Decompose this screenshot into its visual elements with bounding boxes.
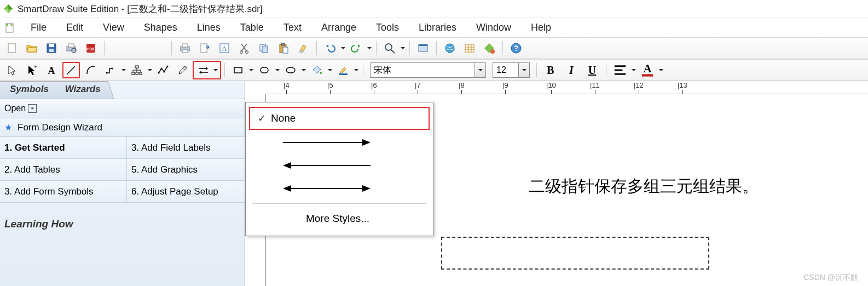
zoom-dropdown[interactable] [400, 46, 406, 50]
pdf-button[interactable]: PDF [82, 40, 100, 56]
arrow-style-none[interactable]: ✓ None [249, 107, 430, 130]
format-painter-button[interactable] [294, 40, 312, 56]
svg-rect-49 [135, 66, 138, 68]
menu-window[interactable]: Window [466, 20, 521, 36]
copy-button[interactable] [255, 40, 273, 56]
open-dropdown-icon[interactable] [28, 104, 37, 113]
menu-view[interactable]: View [93, 20, 134, 36]
arrow-style-right[interactable] [246, 131, 433, 154]
curve-tool-icon[interactable] [82, 62, 100, 78]
underline-button[interactable]: U [583, 62, 601, 78]
linecolor-dropdown[interactable] [353, 68, 360, 72]
menu-lines[interactable]: Lines [187, 20, 230, 36]
step-2[interactable]: 2. Add Tables [0, 159, 127, 181]
font-size-dropdown-icon[interactable] [518, 63, 529, 77]
pencil-tool-icon[interactable] [174, 62, 192, 78]
help-button[interactable]: ? [507, 40, 525, 56]
arrow-style-both[interactable] [246, 177, 433, 200]
print-preview-button[interactable] [62, 40, 80, 56]
align-dropdown[interactable] [630, 68, 637, 72]
fontcolor-dropdown[interactable] [658, 68, 664, 72]
browser-button[interactable] [414, 40, 432, 56]
connector-tool-icon[interactable] [102, 62, 119, 78]
line-tool-icon[interactable] [62, 62, 80, 78]
font-family-select[interactable] [370, 62, 486, 78]
fill-dropdown[interactable] [327, 68, 333, 72]
save-button[interactable] [43, 40, 60, 56]
ellipse-dropdown[interactable] [300, 68, 307, 72]
separator [224, 63, 225, 77]
text-format-button[interactable]: A [216, 40, 233, 56]
font-size-select[interactable] [493, 62, 530, 78]
menu-text[interactable]: Text [274, 20, 311, 36]
font-size-input[interactable] [493, 63, 518, 77]
svg-point-54 [161, 68, 163, 70]
more-styles-item[interactable]: More Styles... [246, 207, 433, 230]
svg-rect-28 [283, 47, 288, 53]
cut-button[interactable] [235, 40, 253, 56]
rounded-rect-shape-icon[interactable] [256, 62, 273, 78]
rounded-dropdown[interactable] [274, 68, 281, 72]
undo-dropdown[interactable] [340, 46, 346, 50]
step-5[interactable]: 5. Add Graphics [127, 159, 245, 181]
font-family-dropdown-icon[interactable] [474, 63, 485, 77]
fill-color-icon[interactable] [308, 62, 326, 78]
svg-line-46 [67, 66, 75, 74]
zoom-button[interactable] [381, 40, 398, 56]
hierarchy-tool-icon[interactable] [128, 62, 146, 78]
menu-shapes[interactable]: Shapes [134, 20, 187, 36]
rectangle-dropdown[interactable] [248, 68, 254, 72]
step-3[interactable]: 3. Add Form Symbols [0, 181, 127, 203]
select-tool-icon[interactable]: + [23, 62, 40, 78]
wizard-title-row[interactable]: Form Design Wizard [0, 118, 245, 137]
ellipse-shape-icon[interactable] [282, 62, 299, 78]
new-button[interactable] [3, 40, 21, 56]
menu-edit[interactable]: Edit [56, 20, 93, 36]
svg-point-34 [445, 44, 454, 53]
font-family-input[interactable] [371, 63, 474, 77]
italic-button[interactable]: I [562, 62, 581, 78]
svg-point-56 [167, 66, 169, 67]
align-button[interactable] [611, 62, 629, 78]
svg-rect-18 [182, 50, 188, 53]
menu-tools[interactable]: Tools [366, 20, 409, 36]
menu-help[interactable]: Help [521, 20, 561, 36]
rectangle-shape-icon[interactable] [229, 62, 247, 78]
redo-button[interactable] [348, 40, 365, 56]
print-button[interactable] [176, 40, 194, 56]
step-6[interactable]: 6. Adjust Page Setup [127, 181, 245, 203]
tab-symbols[interactable]: Symbols [0, 81, 59, 99]
line-color-icon[interactable] [334, 62, 352, 78]
pointer-tool-icon[interactable] [3, 62, 21, 78]
undo-button[interactable] [321, 40, 339, 56]
arrowheads-tool[interactable] [193, 61, 221, 79]
svg-rect-17 [182, 44, 188, 47]
open-row[interactable]: Open [0, 99, 245, 118]
hierarchy-dropdown[interactable] [147, 68, 153, 72]
svg-marker-58 [206, 67, 208, 70]
smartdraw-button[interactable] [481, 40, 498, 56]
spreadsheet-button[interactable] [461, 40, 478, 56]
polyline-tool-icon[interactable] [154, 62, 172, 78]
open-button[interactable] [23, 40, 40, 56]
paste-button[interactable] [275, 40, 292, 56]
bold-button[interactable]: B [541, 62, 560, 78]
menu-table[interactable]: Table [230, 20, 274, 36]
step-1[interactable]: 1. Get Started [0, 137, 127, 159]
svg-rect-5 [6, 24, 8, 26]
arrow-style-left[interactable] [246, 154, 433, 177]
tab-wizards[interactable]: Wizards [53, 81, 114, 99]
menu-arrange[interactable]: Arrange [311, 20, 366, 36]
font-color-button[interactable]: A [638, 62, 657, 78]
globe-button[interactable] [441, 40, 459, 56]
menu-file[interactable]: File [21, 20, 56, 36]
svg-marker-2 [4, 9, 8, 13]
step-3b[interactable]: 3. Add Field Labels [127, 137, 245, 159]
connector-dropdown[interactable] [120, 68, 127, 72]
redo-dropdown[interactable] [366, 46, 373, 50]
smartdraw-logo-icon [3, 4, 13, 14]
text-tool-icon[interactable]: A [43, 62, 60, 78]
export-button[interactable] [196, 40, 213, 56]
watermark-text: CSDN @沉不默 [803, 273, 858, 283]
menu-libraries[interactable]: Libraries [409, 20, 466, 36]
